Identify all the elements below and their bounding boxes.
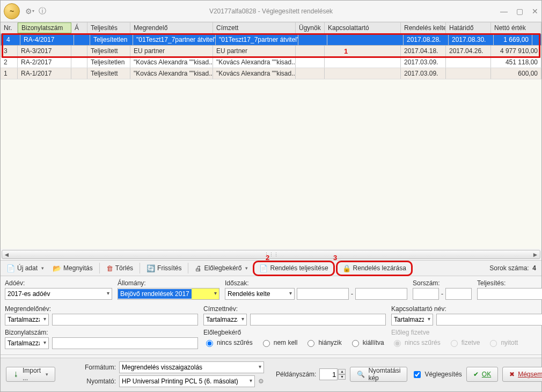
main-window: ~ ⚙▾ ⓘ V20177alfa0828 - Véglegesített re…	[0, 0, 542, 392]
scroll-track[interactable]: ⋮⋮⋮	[11, 252, 531, 257]
cell-meg: "01Teszt17_7partner átvitel"	[133, 34, 216, 45]
bizonylatszam-input[interactable]	[52, 337, 198, 349]
preview-icon: 🔍	[357, 371, 365, 378]
sorszam-from-input[interactable]	[413, 288, 439, 300]
open-button[interactable]: 📂 Megnyitás	[49, 262, 97, 275]
cimzettnev-input[interactable]	[250, 314, 386, 326]
annotation-marker-2: 2	[266, 254, 269, 262]
close-order-button[interactable]: 🔒 Rendelés lezárása	[339, 262, 410, 275]
col-cimzett[interactable]: Címzett	[213, 23, 296, 33]
peldanyszam-spinner[interactable]: ▲▼	[319, 368, 346, 380]
col-kapcsolattarto[interactable]: Kapcsolattartó	[325, 23, 401, 33]
scroll-left-icon[interactable]: ◄	[2, 251, 11, 258]
label-megrendelonev: Megrendelőnév:	[5, 305, 198, 313]
col-bizonylatszam[interactable]: Bizonylatszám	[18, 23, 71, 33]
horizontal-scrollbar[interactable]: ◄ ⋮⋮⋮ ►	[2, 250, 540, 259]
cancel-icon: ✖	[509, 371, 515, 378]
radio-fizetve: fizetve	[448, 338, 480, 347]
col-megrendelo[interactable]: Megrendelő	[130, 23, 213, 33]
kapcsolattarto-input[interactable]	[436, 314, 542, 326]
radio-nincs2: nincs szűrés	[391, 338, 441, 347]
col-hatarido[interactable]: Határidő	[446, 23, 491, 33]
grid-empty-area	[1, 79, 541, 249]
bizonylatszam-mode[interactable]: Tartalmazza	[5, 337, 49, 349]
cancel-button[interactable]: ✖ Mégsem	[502, 367, 542, 382]
col-rendeles-kelte[interactable]: Rendelés kelte	[401, 23, 446, 33]
formatum-select[interactable]: Megrendelés visszaigazolás	[119, 361, 264, 373]
label-peldanyszam: Példányszám:	[276, 371, 316, 378]
col-teljesites[interactable]: Teljesítés	[87, 23, 130, 33]
finalize-checkbox[interactable]: Véglegesítés	[412, 369, 462, 380]
check-icon: ✔	[473, 371, 479, 378]
filter-panel-row1: Adóév: 2017-es adóév Állomány: Bejövő re…	[1, 276, 541, 305]
megrendelonev-mode[interactable]: Tartalmazza	[5, 314, 49, 326]
cell-telj: Teljesítetlen	[90, 34, 133, 45]
cell-cim: "01Teszt17_7partner átvitel"	[216, 34, 298, 45]
refresh-button[interactable]: 🔄 Frissítés	[143, 262, 185, 275]
delete-button[interactable]: 🗑 Törlés	[102, 262, 137, 275]
bottom-bar: ⭳ Import ... Formátum: Megrendelés vissz…	[1, 358, 541, 391]
radio-hianyzik[interactable]: hiányzik	[305, 338, 341, 347]
spin-up-icon[interactable]: ▲	[338, 369, 346, 374]
separator	[140, 263, 140, 273]
separator	[188, 263, 188, 273]
label-bizonylatszam: Bizonylatszám:	[5, 329, 198, 336]
orders-grid: Nr. Bizonylatszám Á Teljesítés Megrendel…	[1, 22, 541, 79]
col-netto[interactable]: Nettó érték	[491, 23, 541, 33]
annotation-marker-3: 3	[333, 254, 337, 262]
idoszak-from-input[interactable]	[297, 288, 349, 300]
adoev-select[interactable]: 2017-es adóév	[5, 288, 112, 300]
cell-a	[74, 34, 90, 45]
lock-icon: 🔒	[342, 264, 351, 272]
scroll-right-icon[interactable]: ►	[531, 251, 540, 258]
table-row[interactable]: 2 RA-2/2017 Teljesítetlen "Kovács Alexan…	[1, 57, 541, 68]
teljesites-select[interactable]	[477, 288, 542, 300]
table-row[interactable]: 3 RA-3/2017 Teljesített EU partner EU pa…	[1, 46, 541, 57]
radio-kiallitva[interactable]: kiállítva	[349, 338, 384, 347]
megrendelonev-input[interactable]	[52, 314, 198, 326]
fulfill-order-button[interactable]: 📄 Rendelés teljesítése	[255, 262, 332, 275]
printer-settings-icon[interactable]: ⚙	[258, 378, 264, 385]
spin-down-icon[interactable]: ▼	[338, 374, 346, 380]
open-icon: 📂	[53, 264, 61, 272]
label-formatum: Formátum:	[81, 364, 116, 371]
label-teljesites: Teljesítés:	[477, 279, 542, 287]
label-allomany: Állomány:	[118, 279, 219, 287]
annotation-border	[2, 33, 3, 58]
annotation-border	[2, 56, 540, 58]
elolegfizetve-group: Előleg fizetve nincs szűrés fizetve nyit…	[391, 329, 542, 349]
print-preview-button[interactable]: 🔍 Nyomtatási kép	[350, 367, 407, 382]
radio-nemkell[interactable]: nem kell	[260, 338, 298, 347]
radio-nyitott: nyitott	[487, 338, 518, 347]
title-bar: ~ ⚙▾ ⓘ V20177alfa0828 - Véglegesített re…	[1, 1, 541, 22]
idoszak-to-input[interactable]	[355, 288, 407, 300]
advance-request-button[interactable]: 🖨 Előlegbekérő	[191, 262, 252, 275]
label-idoszak: Időszak:	[225, 279, 407, 287]
cell-hat: 2017.08.30.	[449, 34, 494, 45]
label-adoev: Adóév:	[5, 279, 112, 287]
import-button[interactable]: ⭳ Import ...	[6, 367, 55, 382]
idoszak-type-select[interactable]: Rendelés kelte	[225, 288, 295, 300]
label-sorszam: Sorszám:	[413, 279, 472, 287]
sorszam-to-input[interactable]	[445, 288, 472, 300]
cell-ugy	[298, 34, 327, 45]
table-row[interactable]: 4 RA-4/2017 Teljesítetlen "01Teszt17_7pa…	[1, 34, 541, 46]
kapcsolattarto-mode[interactable]: Tartalmazza	[391, 314, 433, 326]
new-data-label: Új adat	[17, 264, 38, 272]
cell-nr: 4	[3, 34, 20, 45]
table-row[interactable]: 1 RA-1/2017 Teljesített "Kovács Alexandr…	[1, 68, 541, 79]
elolegbekero-group: Előlegbekérő nincs szűrés nem kell hiány…	[203, 329, 386, 349]
col-nr[interactable]: Nr.	[1, 23, 18, 33]
new-data-button[interactable]: 📄 Új adat	[3, 262, 48, 275]
row-count: Sorok száma: 4	[489, 264, 539, 272]
ok-button[interactable]: ✔ OK	[466, 367, 498, 382]
grid-header: Nr. Bizonylatszám Á Teljesítés Megrendel…	[1, 22, 541, 34]
peldanyszam-input[interactable]	[319, 368, 338, 380]
allomany-select[interactable]: Bejövő rendelések 2017	[118, 288, 219, 300]
cimzettnev-mode[interactable]: Tartalmazza	[203, 314, 247, 326]
col-a[interactable]: Á	[71, 23, 87, 33]
nyomtato-select[interactable]: HP Universal Printing PCL 5 (6. másolat)	[119, 375, 255, 387]
radio-nincs[interactable]: nincs szűrés	[203, 338, 253, 347]
col-ugynok[interactable]: Ügynök	[296, 23, 325, 33]
annotation-border	[539, 33, 540, 58]
